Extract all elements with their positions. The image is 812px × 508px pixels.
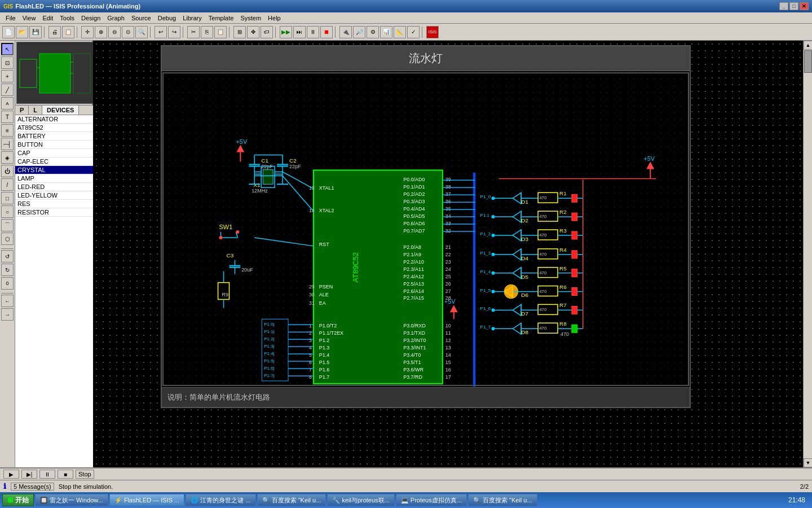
- tab-devices[interactable]: DEVICES: [42, 106, 79, 115]
- pin-tool[interactable]: ─┤: [1, 138, 14, 150]
- block-select[interactable]: ⊞: [233, 26, 246, 38]
- arc-tool[interactable]: ⌒: [1, 219, 14, 231]
- maximize-button[interactable]: □: [789, 2, 798, 10]
- menu-help[interactable]: Help: [264, 14, 284, 23]
- wire-tool[interactable]: ╱: [1, 84, 14, 96]
- pause-button[interactable]: ⏸: [307, 26, 319, 38]
- menu-edit[interactable]: Edit: [39, 14, 56, 23]
- move-button[interactable]: ✥: [247, 26, 259, 38]
- comp-battery[interactable]: BATTERY: [15, 132, 95, 141]
- step-forward-button[interactable]: ▶|: [21, 470, 37, 479]
- stop-anim-button[interactable]: ■: [58, 470, 73, 479]
- open-button[interactable]: 📂: [16, 26, 28, 38]
- step-button[interactable]: ⏭: [293, 26, 306, 38]
- redo-button[interactable]: ↪: [168, 26, 180, 38]
- pan-left[interactable]: ←: [1, 295, 14, 307]
- cut-button[interactable]: ✂: [187, 26, 200, 38]
- menu-template[interactable]: Template: [205, 14, 237, 23]
- comp-lamp[interactable]: LAMP: [15, 174, 95, 183]
- close-button[interactable]: ✕: [800, 2, 809, 10]
- copy-button[interactable]: ⎘: [201, 26, 213, 38]
- power-tool[interactable]: ⏻: [1, 165, 14, 177]
- new-button[interactable]: 📄: [2, 26, 15, 38]
- export-button[interactable]: 📋: [62, 26, 74, 38]
- select-tool[interactable]: ↖: [1, 43, 14, 55]
- comp-at89c52[interactable]: AT89C52: [15, 124, 95, 132]
- port-tool[interactable]: ◈: [1, 151, 14, 164]
- comp-cap-elec[interactable]: CAP-ELEC: [15, 157, 95, 166]
- menu-tools[interactable]: Tools: [56, 14, 78, 23]
- bus-tool[interactable]: ≡: [1, 124, 14, 137]
- play-button[interactable]: ▶: [3, 470, 19, 479]
- pcb-button[interactable]: 📐: [394, 26, 406, 38]
- zoom-fit-button[interactable]: ⊙: [122, 26, 134, 38]
- search-button[interactable]: 🔎: [353, 26, 365, 38]
- label-tool[interactable]: A: [1, 97, 14, 110]
- canvas-area[interactable]: 流水灯 +5V: [93, 41, 812, 467]
- menu-debug[interactable]: Debug: [155, 14, 179, 23]
- extra-btn[interactable]: ISIS: [426, 26, 439, 38]
- drc-button[interactable]: ✓: [407, 26, 420, 38]
- stop-button[interactable]: ⏹: [320, 26, 333, 38]
- text-tool[interactable]: T: [1, 111, 14, 123]
- component-tool[interactable]: ⊡: [1, 56, 14, 69]
- rotate-cw[interactable]: ↻: [1, 264, 14, 276]
- property-button[interactable]: ⚙: [367, 26, 379, 38]
- pause-button[interactable]: ⏸: [39, 470, 55, 479]
- menu-source[interactable]: Source: [128, 14, 155, 23]
- menu-system[interactable]: System: [237, 14, 264, 23]
- scroll-down-button[interactable]: ▼: [804, 458, 812, 467]
- pan-right[interactable]: →: [1, 308, 14, 321]
- menu-library[interactable]: Library: [179, 14, 205, 23]
- scroll-thumb-v[interactable]: [804, 50, 812, 73]
- line-tool[interactable]: /: [1, 178, 14, 191]
- comp-button[interactable]: BUTTON: [15, 141, 95, 149]
- comp-alternator[interactable]: ALTERNATOR: [15, 115, 95, 124]
- taskbar-item-6[interactable]: 💻 Proteus虚拟仿真...: [396, 494, 467, 506]
- tag-button[interactable]: 🏷: [261, 26, 273, 38]
- tab-p[interactable]: P: [15, 106, 29, 115]
- zoom-in-button[interactable]: ⊕: [95, 26, 107, 38]
- taskbar-item-4[interactable]: 🔍 百度搜索 "Keil u...: [257, 494, 326, 506]
- tab-l[interactable]: L: [29, 106, 42, 115]
- rotate-ccw[interactable]: ↺: [1, 250, 14, 262]
- bom-button[interactable]: 📊: [380, 26, 392, 38]
- svg-text:21: 21: [445, 244, 451, 250]
- taskbar-item-2[interactable]: ⚡ FlashLED — ISIS ...: [109, 494, 184, 506]
- comp-res[interactable]: RES: [15, 200, 95, 208]
- menu-view[interactable]: View: [19, 14, 39, 23]
- minimize-button[interactable]: _: [779, 2, 788, 10]
- menu-file[interactable]: File: [2, 14, 19, 23]
- comp-led-yellow[interactable]: LED-YELLOW: [15, 191, 95, 200]
- scroll-up-button[interactable]: ▲: [804, 41, 812, 50]
- crosshair-button[interactable]: ✛: [81, 26, 94, 38]
- vertical-scrollbar[interactable]: ▲ ▼: [803, 41, 812, 467]
- svg-text:P0.6/AD6: P0.6/AD6: [403, 221, 425, 226]
- print-button[interactable]: 🖨: [48, 26, 61, 38]
- comp-led-red[interactable]: LED-RED: [15, 183, 95, 191]
- comp-cap[interactable]: CAP: [15, 149, 95, 157]
- title-bar-controls[interactable]: _ □ ✕: [779, 2, 809, 10]
- undo-button[interactable]: ↩: [155, 26, 167, 38]
- taskbar-item-3[interactable]: 🌐 江青的身世之谜 ...: [186, 494, 255, 506]
- comp-crystal[interactable]: CRYSTAL: [15, 166, 95, 174]
- rect-tool[interactable]: □: [1, 192, 14, 204]
- taskbar-item-7[interactable]: 🔍 百度搜索 "Keil u...: [468, 494, 537, 506]
- zoom-area-button[interactable]: 🔍: [135, 26, 148, 38]
- menu-graph[interactable]: Graph: [104, 14, 128, 23]
- taskbar-item-1[interactable]: 🔲 雷之妖一 Window...: [35, 494, 108, 506]
- comp-resistor[interactable]: RESISTOR: [15, 208, 95, 217]
- netlist-button[interactable]: 🔌: [339, 26, 352, 38]
- circle-tool[interactable]: ○: [1, 205, 14, 218]
- menu-design[interactable]: Design: [78, 14, 104, 23]
- start-button[interactable]: ⊞ 开始: [2, 494, 34, 506]
- poly-tool[interactable]: ⬡: [1, 233, 14, 245]
- svg-point-269: [492, 253, 495, 256]
- simulate-button[interactable]: ▶▶: [280, 26, 292, 38]
- save-button[interactable]: 💾: [29, 26, 42, 38]
- paste-button[interactable]: 📋: [214, 26, 227, 38]
- stop-label-button[interactable]: Stop: [76, 470, 94, 479]
- taskbar-item-5[interactable]: 🔧 keil与proteus联...: [327, 494, 394, 506]
- zoom-out-button[interactable]: ⊖: [108, 26, 121, 38]
- junction-tool[interactable]: +: [1, 70, 14, 82]
